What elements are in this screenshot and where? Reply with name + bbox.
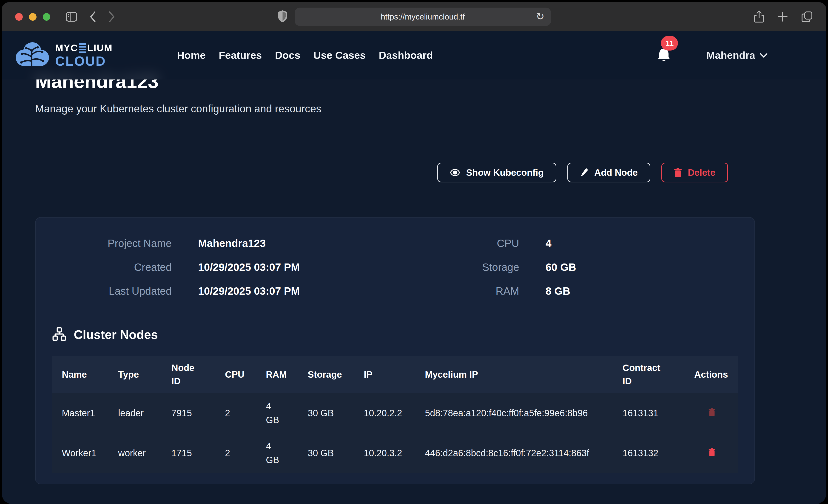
user-name: Mahendra [706,49,755,61]
brand-logo[interactable]: MYC LIUM CLOUD [15,41,113,70]
cluster-info: Project Name Mahendra123 Created 10/29/2… [52,237,738,309]
last-updated-label: Last Updated [57,285,172,297]
logo-e-bars-icon [79,43,86,53]
reload-icon[interactable]: ↻ [536,10,544,22]
pencil-icon [580,168,588,177]
col-name: Name [52,363,109,386]
storage-value: 60 GB [546,261,733,274]
project-name-value: Mahendra123 [198,237,358,249]
nav-item-dashboard[interactable]: Dashboard [379,49,433,61]
url-text: https://myceliumcloud.tf [381,12,465,22]
cell-ip: 10.20.2.2 [354,400,415,426]
address-bar[interactable]: https://myceliumcloud.tf ↻ [295,8,551,26]
created-label: Created [57,261,172,274]
cell-name: Worker1 [52,440,109,466]
cpu-label: CPU [432,237,519,249]
cell-contract-id: 1613131 [613,400,685,426]
nav-item-use-cases[interactable]: Use Cases [314,49,366,61]
cluster-nodes-title: Cluster Nodes [74,327,158,342]
col-storage: Storage [298,363,354,386]
cluster-details-card: Project Name Mahendra123 Created 10/29/2… [35,217,755,484]
user-menu[interactable]: Mahendra [706,49,768,61]
cell-contract-id: 1613132 [613,440,685,466]
trash-icon [674,168,682,177]
ram-value: 8 GB [546,285,733,297]
cell-storage: 30 GB [298,440,354,466]
table-row: Worker1 worker 1715 2 4 GB 30 GB 10.20.3… [52,433,738,473]
storage-label: Storage [432,261,519,274]
cell-type: leader [109,400,162,426]
cell-cpu: 2 [215,440,256,466]
cluster-actions: Show Kubeconfig Add Node [35,163,755,182]
browser-window: https://myceliumcloud.tf ↻ [2,2,826,504]
cpu-value: 4 [546,237,733,249]
page-body: Mahendra123 Manage your Kubernetes clust… [2,31,826,504]
cell-node-id: 7915 [162,400,215,426]
nav-item-docs[interactable]: Docs [275,49,300,61]
col-ip: IP [354,363,415,386]
new-tab-icon[interactable] [778,11,788,22]
minimize-window-button[interactable] [29,13,37,21]
eye-icon [450,169,460,176]
cell-ram: 4 GB [266,399,281,427]
privacy-shield-icon[interactable] [277,10,288,24]
back-button[interactable] [89,11,96,23]
forward-button[interactable] [108,11,115,23]
col-actions: Actions [685,363,738,386]
col-cpu: CPU [215,363,256,386]
nav-item-home[interactable]: Home [177,49,206,61]
col-node-id: Node ID [171,361,202,388]
col-contract-id: Contract ID [623,361,667,388]
project-name-label: Project Name [57,237,172,249]
cell-ram: 4 GB [266,439,281,467]
notification-badge: 11 [661,36,678,50]
nav-item-features[interactable]: Features [219,49,262,61]
nodes-table: Name Type Node ID CPU RAM Storage IP Myc… [52,356,738,473]
last-updated-value: 10/29/2025 03:07 PM [198,285,358,297]
traffic-lights [15,13,50,21]
delete-cluster-button[interactable]: Delete [661,163,728,182]
table-row: Master1 leader 7915 2 4 GB 30 GB 10.20.2… [52,393,738,433]
browser-chrome: https://myceliumcloud.tf ↻ [2,2,826,31]
chevron-down-icon [760,53,768,58]
delete-node-button[interactable] [708,408,715,417]
cell-node-id: 1715 [162,440,215,466]
cell-type: worker [109,440,162,466]
cell-mycelium-ip: 446:d2a6:8bcd:8c16:ff0f:72e2:3114:863f [415,440,613,466]
col-type: Type [109,363,162,386]
delete-node-button[interactable] [708,448,715,457]
col-mycelium-ip: Mycelium IP [415,363,613,386]
share-icon[interactable] [754,10,764,23]
site-navbar: MYC LIUM CLOUD Home Features Docs Use Ca… [2,31,826,80]
nodes-table-header: Name Type Node ID CPU RAM Storage IP Myc… [52,356,738,393]
nav-links: Home Features Docs Use Cases Dashboard [177,49,433,61]
cell-storage: 30 GB [298,400,354,426]
close-window-button[interactable] [15,13,23,21]
sidebar-toggle-icon[interactable] [66,11,77,22]
show-kubeconfig-button[interactable]: Show Kubeconfig [437,163,556,182]
cell-ip: 10.20.3.2 [354,440,415,466]
page-subtitle: Manage your Kubernetes cluster configura… [35,102,755,115]
ram-label: RAM [432,285,519,297]
brand-wordmark: MYC LIUM CLOUD [55,43,113,68]
add-node-button[interactable]: Add Node [567,163,650,182]
mycelium-cloud-logo-icon [15,41,50,70]
col-ram: RAM [256,363,298,386]
notifications-button[interactable]: 11 [657,48,671,63]
cluster-nodes-icon [52,327,67,342]
cell-mycelium-ip: 5d8:78ea:a120:f40c:ff0f:a5fe:99e6:8b96 [415,400,613,426]
cell-name: Master1 [52,400,109,426]
tab-overview-icon[interactable] [801,11,813,23]
zoom-window-button[interactable] [43,13,50,21]
created-value: 10/29/2025 03:07 PM [198,261,358,274]
cell-cpu: 2 [215,400,256,426]
